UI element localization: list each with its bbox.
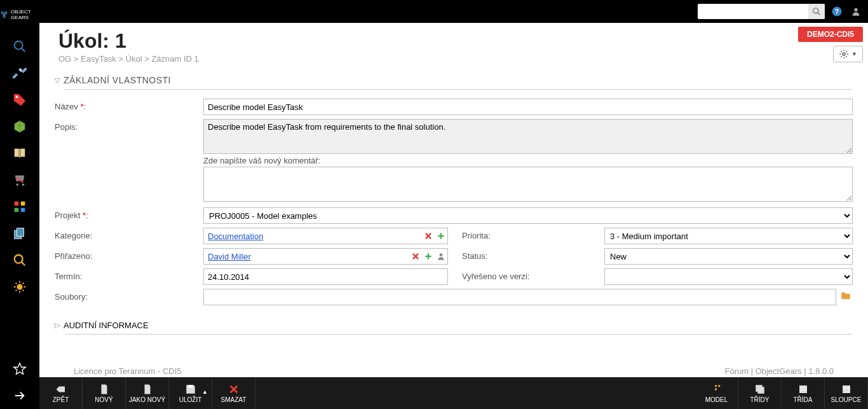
breadcrumb-easytask[interactable]: EasyTask — [81, 54, 116, 64]
svg-point-19 — [843, 53, 845, 55]
label-assigned: Přiřazeno: — [55, 248, 203, 265]
comment-textarea[interactable] — [203, 167, 853, 202]
svg-rect-8 — [21, 202, 25, 205]
user-icon[interactable] — [849, 4, 863, 18]
svg-rect-7 — [15, 202, 18, 205]
breadcrumb: OG > EasyTask > Úkol > Záznam ID 1 — [58, 54, 849, 64]
svg-text:?: ? — [835, 8, 839, 15]
sidebar: OBJECT GEARS — [0, 0, 39, 409]
section-audit-title: AUDITNÍ INFORMACE — [64, 321, 149, 330]
priority-select[interactable]: 3 - Medium important — [604, 228, 853, 244]
sidebar-find-icon[interactable] — [0, 247, 39, 274]
svg-point-5 — [17, 184, 19, 186]
sidebar-tag-icon[interactable] — [0, 87, 39, 113]
classes-button[interactable]: TŘÍDY — [738, 377, 782, 409]
label-status: Status: — [459, 248, 604, 265]
header: Úkol: 1 OG > EasyTask > Úkol > Záznam ID… — [39, 23, 868, 66]
global-search — [698, 4, 825, 19]
sidebar-cart-icon[interactable] — [0, 167, 39, 193]
label-name: Název — [55, 102, 78, 111]
new-button[interactable]: NOVÝ — [83, 377, 126, 409]
logo-text: OBJECT GEARS — [11, 9, 39, 20]
svg-rect-21 — [188, 385, 193, 388]
sidebar-star-icon[interactable] — [0, 356, 39, 382]
search-input[interactable] — [698, 7, 808, 16]
collapse-icon[interactable]: ▽ — [55, 76, 60, 85]
label-desc: Popis: — [55, 119, 203, 132]
back-button[interactable]: ZPĚT — [39, 377, 83, 409]
svg-rect-10 — [21, 208, 25, 212]
label-deadline: Termín: — [55, 268, 203, 285]
project-select[interactable]: PROJ0005 - Model examples — [203, 207, 853, 224]
add-icon[interactable] — [436, 231, 446, 241]
resolved-select[interactable] — [604, 268, 853, 285]
breadcrumb-og[interactable]: OG — [58, 54, 71, 64]
assigned-link[interactable]: David Miller — [204, 252, 410, 261]
sidebar-tools-icon[interactable] — [0, 60, 39, 87]
as-new-button[interactable]: JAKO NOVÝ — [126, 377, 169, 409]
label-files: Soubory: — [55, 289, 203, 302]
category-link[interactable]: Documentation — [204, 232, 423, 241]
bottombar: ZPĚT NOVÝ JAKO NOVÝ ULOŽIT▲ SMAZAT MODEL… — [39, 377, 868, 409]
label-category: Kategorie: — [55, 228, 203, 244]
svg-point-20 — [440, 253, 443, 256]
svg-point-2 — [3, 15, 5, 17]
label-project: Projekt — [55, 211, 80, 220]
sidebar-forward-icon[interactable] — [0, 382, 39, 409]
license-text: Licence pro Terannum - CDI5 — [74, 366, 182, 376]
sidebar-sun-icon[interactable] — [0, 274, 39, 300]
og-link[interactable]: ObjectGears — [756, 366, 802, 376]
delete-button[interactable]: SMAZAT — [212, 377, 255, 409]
page-title: Úkol: 1 — [58, 29, 849, 53]
version-text: 1.8.0.0 — [808, 366, 834, 376]
svg-point-4 — [16, 96, 18, 99]
name-input[interactable] — [203, 99, 853, 115]
svg-point-13 — [15, 255, 23, 263]
breadcrumb-current: Záznam ID 1 — [151, 54, 198, 64]
status-select[interactable]: New — [604, 248, 853, 265]
description-textarea[interactable]: Describe model EasyTask from requirement… — [203, 119, 853, 154]
svg-point-6 — [22, 184, 25, 186]
svg-rect-23 — [757, 387, 764, 394]
columns-button[interactable]: SLOUPCE — [825, 377, 868, 409]
sidebar-book-icon[interactable] — [0, 140, 39, 167]
sidebar-copy-icon[interactable] — [0, 220, 39, 247]
user-icon[interactable] — [436, 251, 446, 261]
sidebar-search-icon[interactable] — [0, 33, 39, 60]
svg-point-3 — [15, 41, 23, 50]
label-resolved: Vyřešeno ve verzi: — [459, 268, 604, 285]
sidebar-cube-icon[interactable] — [0, 113, 39, 140]
label-priority: Priorita: — [459, 228, 604, 244]
svg-rect-24 — [799, 385, 807, 393]
remove-icon[interactable] — [410, 251, 421, 261]
svg-point-14 — [17, 284, 22, 289]
svg-rect-12 — [17, 228, 24, 237]
comment-hint: Zde napište váš nový komentář: — [203, 156, 853, 165]
model-button[interactable]: MODEL — [695, 377, 738, 409]
class-button[interactable]: TŘÍDA — [782, 377, 825, 409]
add-icon[interactable] — [423, 251, 433, 261]
logo[interactable]: OBJECT GEARS — [0, 5, 39, 33]
forum-link[interactable]: Fórum — [724, 366, 749, 376]
topbar: ? — [39, 0, 868, 23]
remove-icon[interactable] — [423, 231, 433, 241]
svg-point-15 — [813, 8, 818, 13]
breadcrumb-ukol[interactable]: Úkol — [126, 54, 142, 64]
section-basic-title: ZÁKLADNÍ VLASTNOSTI — [64, 75, 171, 85]
settings-button[interactable]: ▼ — [833, 46, 863, 62]
content: ▽ ZÁKLADNÍ VLASTNOSTI Název *: Popis: De… — [39, 66, 868, 377]
help-icon[interactable]: ? — [830, 4, 844, 18]
svg-point-18 — [854, 8, 857, 11]
search-button[interactable] — [808, 4, 825, 19]
sidebar-apps-icon[interactable] — [0, 193, 39, 220]
save-button[interactable]: ULOŽIT▲ — [169, 377, 212, 409]
folder-icon[interactable] — [839, 289, 853, 303]
svg-rect-25 — [843, 385, 850, 393]
expand-icon[interactable]: ▷ — [55, 321, 60, 329]
deadline-input[interactable] — [203, 268, 448, 285]
files-input[interactable] — [203, 289, 836, 305]
user-badge[interactable]: DEMO2-CDI5 — [798, 27, 863, 42]
svg-rect-9 — [15, 208, 18, 212]
